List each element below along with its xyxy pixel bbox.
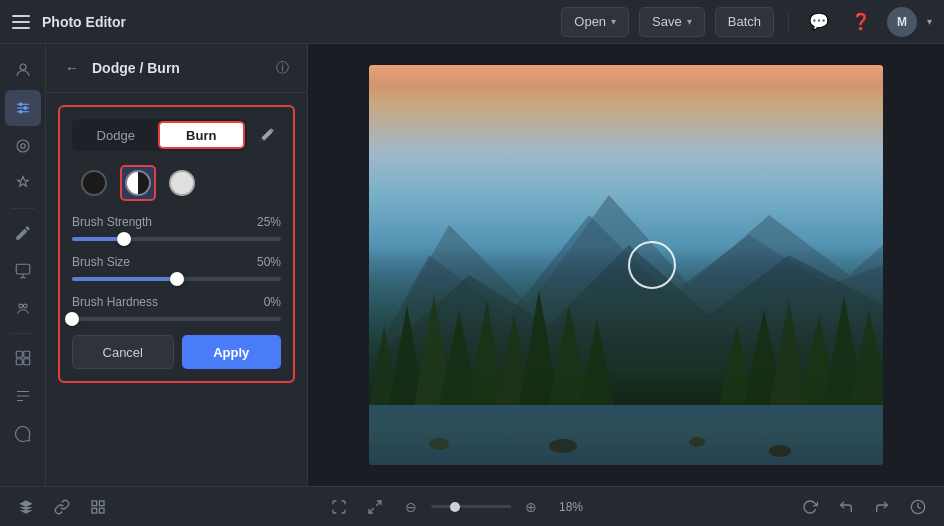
panel-content: Dodge Burn [46, 93, 307, 486]
brush-strength-label: Brush Strength [72, 215, 152, 229]
topbar: Photo Editor Open ▾ Save ▾ Batch 💬 ❓ M ▾ [0, 0, 944, 44]
svg-point-11 [23, 304, 27, 308]
brush-hardness-slider-row: Brush Hardness 0% [72, 295, 281, 321]
shadows-circle [81, 170, 107, 196]
brush-hardness-track[interactable] [72, 317, 281, 321]
brush-strength-slider-row: Brush Strength 25% [72, 215, 281, 241]
history-button[interactable] [904, 493, 932, 521]
zoom-slider[interactable] [431, 505, 511, 508]
svg-rect-36 [99, 501, 104, 506]
svg-point-5 [23, 107, 26, 110]
cancel-button[interactable]: Cancel [72, 335, 174, 369]
link-button[interactable] [48, 493, 76, 521]
resize-button[interactable] [361, 493, 389, 521]
canvas-image [369, 65, 883, 465]
panel-title: Dodge / Burn [92, 60, 263, 76]
svg-line-40 [369, 508, 374, 513]
brush-size-value: 50% [257, 255, 281, 269]
svg-rect-9 [16, 264, 30, 274]
tone-highlights-button[interactable] [164, 165, 200, 201]
save-chevron: ▾ [687, 16, 692, 27]
save-button[interactable]: Save ▾ [639, 7, 705, 37]
sidebar-btn-overlays[interactable] [5, 253, 41, 289]
dodge-mode-button[interactable]: Dodge [74, 121, 158, 149]
icon-sidebar [0, 44, 46, 486]
sidebar-btn-face[interactable] [5, 52, 41, 88]
svg-point-10 [18, 304, 22, 308]
fit-button[interactable] [325, 493, 353, 521]
sidebar-btn-draw[interactable] [5, 215, 41, 251]
rotate-button[interactable] [796, 493, 824, 521]
zoom-value: 18% [551, 500, 583, 514]
chat-icon-button[interactable]: 💬 [803, 6, 835, 38]
tone-shadows-button[interactable] [76, 165, 112, 201]
svg-rect-38 [99, 508, 104, 513]
open-button[interactable]: Open ▾ [561, 7, 629, 37]
eraser-button[interactable] [253, 121, 281, 149]
svg-line-39 [376, 501, 381, 506]
svg-rect-37 [92, 508, 97, 513]
svg-rect-14 [16, 359, 22, 365]
zoom-out-button[interactable]: ⊖ [397, 493, 425, 521]
open-chevron: ▾ [611, 16, 616, 27]
svg-rect-13 [23, 351, 29, 357]
panel: ← Dodge / Burn ⓘ Dodge Burn [46, 44, 308, 486]
panel-info-button[interactable]: ⓘ [271, 57, 293, 79]
brush-strength-value: 25% [257, 215, 281, 229]
panel-header: ← Dodge / Burn ⓘ [46, 44, 307, 93]
svg-point-7 [17, 140, 29, 152]
svg-point-0 [20, 64, 26, 70]
zoom-row: ⊖ ⊕ 18% [397, 493, 583, 521]
svg-point-8 [20, 144, 25, 149]
svg-point-6 [19, 110, 22, 113]
panel-back-button[interactable]: ← [60, 56, 84, 80]
sidebar-btn-effects[interactable] [5, 128, 41, 164]
panel-actions: Cancel Apply [72, 335, 281, 369]
tone-row [72, 165, 281, 201]
layers-button[interactable] [12, 493, 40, 521]
help-icon-button[interactable]: ❓ [845, 6, 877, 38]
brush-size-slider-row: Brush Size 50% [72, 255, 281, 281]
sidebar-btn-text[interactable] [5, 378, 41, 414]
svg-rect-35 [92, 501, 97, 506]
bottombar: ⊖ ⊕ 18% [0, 486, 944, 526]
mode-toggle-row: Dodge Burn [72, 119, 281, 151]
batch-button[interactable]: Batch [715, 7, 774, 37]
apply-button[interactable]: Apply [182, 335, 282, 369]
brush-size-label: Brush Size [72, 255, 130, 269]
sidebar-btn-mask[interactable] [5, 291, 41, 327]
avatar[interactable]: M [887, 7, 917, 37]
svg-rect-12 [16, 351, 22, 357]
burn-mode-button[interactable]: Burn [158, 121, 246, 149]
highlights-circle [169, 170, 195, 196]
dodge-burn-box: Dodge Burn [58, 105, 295, 383]
brush-strength-track[interactable] [72, 237, 281, 241]
sidebar-btn-sticker[interactable] [5, 416, 41, 452]
midtones-circle [125, 170, 151, 196]
svg-point-4 [19, 103, 22, 106]
brush-size-track[interactable] [72, 277, 281, 281]
grid-button[interactable] [84, 493, 112, 521]
tone-midtones-button[interactable] [120, 165, 156, 201]
app-title: Photo Editor [42, 14, 126, 30]
main-area: ← Dodge / Burn ⓘ Dodge Burn [0, 44, 944, 486]
svg-rect-15 [23, 359, 29, 365]
avatar-chevron: ▾ [927, 16, 932, 27]
mode-toggle: Dodge Burn [72, 119, 247, 151]
sidebar-btn-retouch[interactable] [5, 166, 41, 202]
undo-button[interactable] [832, 493, 860, 521]
menu-icon[interactable] [12, 12, 32, 32]
canvas-area[interactable] [308, 44, 944, 486]
sidebar-btn-adjust[interactable] [5, 90, 41, 126]
brush-hardness-label: Brush Hardness [72, 295, 158, 309]
brush-hardness-value: 0% [264, 295, 281, 309]
redo-button[interactable] [868, 493, 896, 521]
zoom-in-button[interactable]: ⊕ [517, 493, 545, 521]
sidebar-btn-lut[interactable] [5, 340, 41, 376]
